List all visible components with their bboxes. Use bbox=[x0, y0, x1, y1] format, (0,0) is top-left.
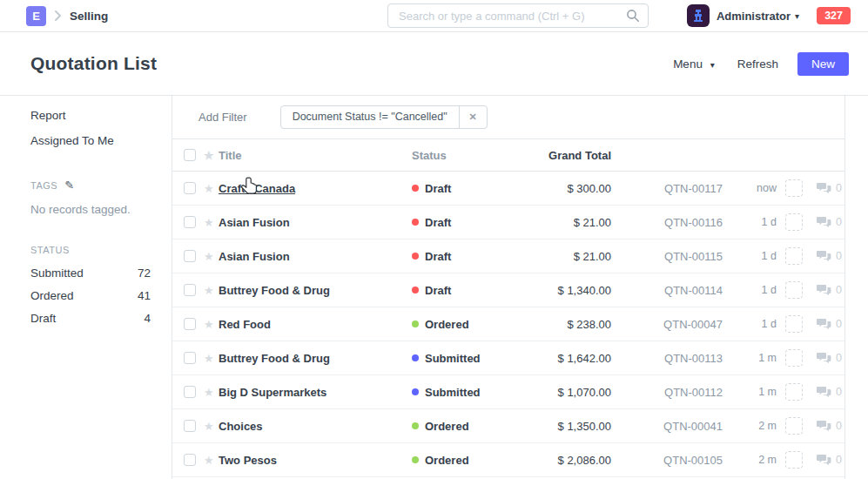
row-id-link[interactable]: QTN-00117 bbox=[611, 182, 723, 195]
row-checkbox[interactable] bbox=[184, 454, 196, 466]
row-checkbox[interactable] bbox=[184, 216, 196, 228]
star-icon[interactable]: ★ bbox=[204, 182, 219, 195]
add-filter-button[interactable]: Add Filter bbox=[198, 111, 247, 124]
edit-tags-icon[interactable]: ✎ bbox=[64, 179, 74, 192]
table-row[interactable]: ★ Crafts Canada Draft $ 300.00 QTN-00117… bbox=[172, 172, 844, 206]
star-icon[interactable]: ★ bbox=[204, 386, 219, 399]
assign-placeholder[interactable] bbox=[785, 179, 803, 197]
row-comments[interactable]: 0 bbox=[811, 318, 844, 330]
list-header-row: ★ Title Status Grand Total bbox=[172, 139, 844, 172]
row-title-link[interactable]: Two Pesos bbox=[219, 454, 412, 467]
robot-icon bbox=[691, 9, 705, 23]
table-row[interactable]: ★ Buttrey Food & Drug Draft $ 1,340.00 Q… bbox=[172, 273, 844, 307]
row-title-link[interactable]: Red Food bbox=[219, 318, 412, 331]
assign-placeholder[interactable] bbox=[785, 349, 803, 367]
row-title-link[interactable]: Crafts Canada bbox=[219, 182, 412, 195]
assign-placeholder[interactable] bbox=[785, 383, 803, 401]
star-icon[interactable]: ★ bbox=[204, 216, 219, 229]
user-menu[interactable]: Administrator ▾ bbox=[687, 4, 799, 27]
row-checkbox[interactable] bbox=[184, 352, 196, 364]
row-comments[interactable]: 0 bbox=[811, 182, 844, 194]
star-icon[interactable]: ★ bbox=[204, 454, 219, 467]
row-checkbox[interactable] bbox=[184, 318, 196, 330]
row-id-link[interactable]: QTN-00116 bbox=[611, 216, 723, 229]
table-row[interactable]: ★ Red Food Ordered $ 238.00 QTN-00047 1 … bbox=[172, 307, 844, 341]
refresh-button[interactable]: Refresh bbox=[737, 57, 778, 71]
star-icon[interactable]: ★ bbox=[204, 284, 219, 297]
row-id-link[interactable]: QTN-00041 bbox=[611, 420, 723, 433]
search-input[interactable] bbox=[387, 3, 649, 28]
breadcrumb[interactable]: Selling bbox=[70, 10, 108, 23]
assign-placeholder[interactable] bbox=[785, 451, 803, 469]
row-checkbox[interactable] bbox=[184, 284, 196, 296]
row-title-link[interactable]: Asian Fusion bbox=[219, 216, 412, 229]
row-checkbox[interactable] bbox=[184, 182, 196, 194]
row-checkbox[interactable] bbox=[184, 250, 196, 262]
row-comments[interactable]: 0 bbox=[811, 284, 844, 296]
remove-filter-icon[interactable]: ✕ bbox=[460, 106, 487, 128]
row-modified-time: 1 d bbox=[723, 250, 777, 262]
sidebar-status-ordered[interactable]: Ordered 41 bbox=[30, 289, 151, 302]
row-grand-total: $ 2,086.00 bbox=[515, 454, 611, 467]
comment-icon bbox=[817, 420, 831, 432]
star-icon[interactable]: ★ bbox=[204, 420, 219, 433]
row-title-link[interactable]: Choices bbox=[219, 420, 412, 433]
row-modified-time: 1 d bbox=[723, 318, 777, 330]
row-comments[interactable]: 0 bbox=[811, 420, 844, 432]
assign-placeholder[interactable] bbox=[785, 281, 803, 299]
filter-chip: Document Status != "Cancelled" ✕ bbox=[280, 105, 488, 129]
app-logo[interactable]: E bbox=[26, 6, 46, 26]
row-title-link[interactable]: Asian Fusion bbox=[219, 250, 412, 263]
row-comments[interactable]: 0 bbox=[811, 454, 844, 466]
table-row[interactable]: ★ Asian Fusion Draft $ 21.00 QTN-00116 1… bbox=[172, 206, 844, 239]
row-id-link[interactable]: QTN-00113 bbox=[611, 352, 723, 365]
star-icon[interactable]: ★ bbox=[204, 318, 219, 331]
notification-badge[interactable]: 327 bbox=[817, 7, 851, 24]
assign-placeholder[interactable] bbox=[785, 247, 803, 265]
sidebar-item-report[interactable]: Report bbox=[30, 108, 151, 124]
row-title-link[interactable]: Buttrey Food & Drug bbox=[219, 284, 412, 297]
column-header-title[interactable]: Title bbox=[219, 149, 412, 162]
assign-placeholder[interactable] bbox=[785, 213, 803, 231]
assign-placeholder[interactable] bbox=[785, 417, 803, 435]
sidebar-item-assigned-to-me[interactable]: Assigned To Me bbox=[30, 133, 151, 149]
row-checkbox[interactable] bbox=[184, 386, 196, 398]
row-comments[interactable]: 0 bbox=[811, 386, 844, 398]
row-id-link[interactable]: QTN-00112 bbox=[611, 386, 723, 399]
row-comments[interactable]: 0 bbox=[811, 352, 844, 364]
status-dot-icon bbox=[412, 185, 419, 192]
star-icon[interactable]: ★ bbox=[204, 250, 219, 263]
status-dot-icon bbox=[412, 320, 419, 327]
row-grand-total: $ 1,350.00 bbox=[515, 420, 611, 433]
assign-placeholder[interactable] bbox=[785, 315, 803, 333]
row-title-link[interactable]: Big D Supermarkets bbox=[219, 386, 412, 399]
table-row[interactable]: ★ Choices Ordered $ 1,350.00 QTN-00041 2… bbox=[172, 409, 844, 443]
row-id-link[interactable]: QTN-00115 bbox=[611, 250, 723, 263]
navbar: E Selling Administrator ▾ 327 bbox=[0, 0, 868, 32]
select-all-checkbox[interactable] bbox=[184, 149, 196, 161]
chevron-down-icon: ▾ bbox=[710, 60, 715, 70]
filter-chip-label[interactable]: Document Status != "Cancelled" bbox=[281, 106, 460, 128]
column-header-status[interactable]: Status bbox=[412, 149, 515, 162]
table-row[interactable]: ★ Two Pesos Ordered $ 2,086.00 QTN-00105… bbox=[172, 443, 844, 477]
row-comments[interactable]: 0 bbox=[811, 216, 844, 228]
table-row[interactable]: ★ Big D Supermarkets Submitted $ 1,070.0… bbox=[172, 375, 844, 409]
column-header-grand-total[interactable]: Grand Total bbox=[515, 149, 611, 162]
menu-button[interactable]: Menu ▾ bbox=[673, 57, 715, 71]
star-icon[interactable]: ★ bbox=[204, 149, 219, 162]
row-title-link[interactable]: Buttrey Food & Drug bbox=[219, 352, 412, 365]
row-checkbox[interactable] bbox=[184, 420, 196, 432]
row-id-link[interactable]: QTN-00114 bbox=[611, 284, 723, 297]
star-icon[interactable]: ★ bbox=[204, 352, 219, 365]
row-comments[interactable]: 0 bbox=[811, 250, 844, 262]
comment-icon bbox=[817, 250, 831, 262]
sidebar-status-submitted[interactable]: Submitted 72 bbox=[30, 266, 151, 280]
sidebar-status-draft[interactable]: Draft 4 bbox=[30, 312, 151, 325]
table-row[interactable]: ★ Buttrey Food & Drug Submitted $ 1,642.… bbox=[172, 341, 844, 375]
row-modified-time: 1 m bbox=[723, 386, 777, 398]
row-id-link[interactable]: QTN-00105 bbox=[611, 454, 723, 467]
table-row[interactable]: ★ Asian Fusion Draft $ 21.00 QTN-00115 1… bbox=[172, 239, 844, 273]
new-button[interactable]: New bbox=[797, 52, 849, 76]
row-id-link[interactable]: QTN-00047 bbox=[611, 318, 723, 331]
search-icon[interactable] bbox=[626, 9, 640, 26]
